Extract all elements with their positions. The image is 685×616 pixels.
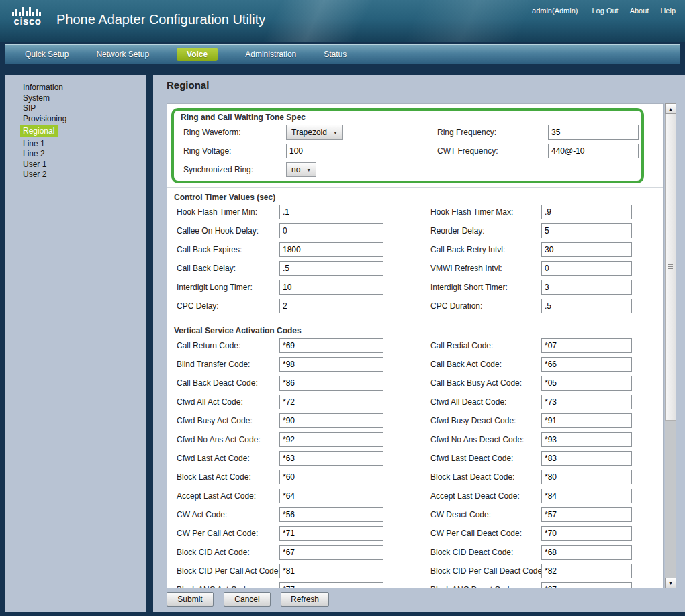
form-row: Interdigit Long Timer:10Interdigit Short…	[174, 278, 656, 297]
input-hook-flash-timer-min[interactable]: .1	[279, 205, 383, 219]
input-cfwd-no-ans-act-code[interactable]: *92	[279, 432, 383, 447]
input-block-cid-act-code[interactable]: *67	[279, 545, 383, 560]
input-block-cid-per-call-act-code[interactable]: *81	[279, 564, 383, 578]
input-cfwd-busy-deact-code[interactable]: *91	[541, 413, 632, 428]
input-cw-per-call-deact-code[interactable]: *70	[541, 526, 632, 541]
scrollbar-track[interactable]	[665, 421, 676, 578]
sidebar-item-information[interactable]: Information	[23, 83, 146, 93]
scrollbar-thumb[interactable]	[665, 114, 676, 421]
sidebar-item-label: Provisioning	[23, 114, 66, 123]
input-cw-act-code[interactable]: *56	[279, 507, 383, 522]
input-block-anc-act-code[interactable]: *77	[279, 582, 383, 588]
sidebar-item-line-2[interactable]: Line 2	[23, 149, 146, 160]
tab-quick-setup[interactable]: Quick Setup	[25, 50, 68, 59]
input-block-cid-deact-code[interactable]: *68	[541, 545, 632, 560]
log-out-link[interactable]: Log Out	[592, 7, 618, 15]
input-cpc-delay[interactable]: 2	[279, 299, 383, 313]
input-cw-deact-code[interactable]: *57	[541, 507, 632, 522]
field-label-cpc-duration: CPC Duration:	[430, 301, 482, 311]
chevron-down-icon: ▼	[306, 168, 311, 172]
field-label-accept-last-act-code: Accept Last Act Code:	[177, 491, 256, 501]
input-accept-last-act-code[interactable]: *64	[279, 489, 383, 503]
field-label-cw-act-code: CW Act Code:	[177, 510, 227, 519]
field-label-reorder-delay: Reorder Delay:	[430, 226, 485, 236]
form-row: Cfwd No Ans Act Code:*92Cfwd No Ans Deac…	[174, 430, 656, 449]
select-ring-waveform[interactable]: Trapezoid▼	[286, 125, 343, 140]
cancel-button[interactable]: Cancel	[224, 592, 271, 607]
form-row: Block Last Act Code:*60Block Last Deact …	[174, 468, 656, 486]
sidebar-item-regional[interactable]: Regional	[23, 126, 146, 137]
input-block-cid-per-call-deact-code[interactable]: *82	[541, 564, 632, 578]
sidebar-item-provisioning[interactable]: Provisioning	[23, 114, 146, 125]
select-synchronized-ring[interactable]: no▼	[286, 162, 316, 177]
input-call-back-expires[interactable]: 1800	[279, 242, 383, 257]
input-callee-on-hook-delay[interactable]: 0	[279, 223, 383, 238]
input-block-last-deact-code[interactable]: *80	[541, 470, 632, 484]
refresh-button[interactable]: Refresh	[281, 592, 329, 607]
sidebar-item-user-2[interactable]: User 2	[23, 170, 146, 181]
input-blind-transfer-code[interactable]: *98	[279, 357, 383, 372]
input-accept-last-deact-code[interactable]: *84	[541, 489, 632, 503]
sidebar-item-system[interactable]: System	[23, 93, 146, 104]
input-call-back-act-code[interactable]: *66	[541, 357, 632, 372]
input-call-back-busy-act-code[interactable]: *05	[541, 376, 632, 391]
input-interdigit-long-timer[interactable]: 10	[279, 280, 383, 295]
field-label-call-return-code: Call Return Code:	[177, 341, 240, 350]
sidebar-item-sip[interactable]: SIP	[23, 103, 146, 114]
input-ring-frequency[interactable]: 35	[548, 125, 639, 140]
field-label-cw-deact-code: CW Deact Code:	[430, 510, 491, 519]
field-label-ring-voltage: Ring Voltage:	[183, 146, 231, 156]
input-cw-per-call-act-code[interactable]: *71	[279, 526, 383, 541]
about-link[interactable]: About	[630, 7, 649, 15]
down-arrow-icon: ▼	[668, 581, 673, 586]
sidebar-item-label: User 1	[23, 160, 46, 169]
form-row: Blind Transfer Code:*98Call Back Act Cod…	[174, 355, 656, 374]
input-call-back-deact-code[interactable]: *86	[279, 376, 383, 391]
header-links: admin(Admin)Log OutAboutHelp	[532, 7, 676, 15]
tab-status[interactable]: Status	[324, 50, 347, 59]
help-link[interactable]: Help	[660, 7, 676, 15]
form-row: Cfwd All Act Code:*72Cfwd All Deact Code…	[174, 393, 656, 411]
input-hook-flash-timer-max[interactable]: .9	[541, 205, 632, 219]
input-cpc-duration[interactable]: .5	[541, 299, 632, 313]
field-label-call-back-act-code: Call Back Act Code:	[430, 360, 502, 369]
sidebar: InformationSystemSIPProvisioningRegional…	[5, 75, 146, 612]
field-label-block-cid-per-call-deact-code: Block CID Per Call Deact Code:	[430, 566, 544, 576]
input-cfwd-last-act-code[interactable]: *63	[279, 451, 383, 466]
form-row: Cfwd Busy Act Code:*90Cfwd Busy Deact Co…	[174, 411, 656, 430]
sidebar-item-user-1[interactable]: User 1	[23, 160, 146, 170]
settings-panel: Ring and Call Waiting Tone SpecRing Wave…	[167, 103, 664, 588]
submit-button[interactable]: Submit	[167, 592, 214, 607]
input-call-redial-code[interactable]: *07	[541, 338, 632, 353]
form-row: CW Act Code:*56CW Deact Code:*57	[174, 505, 656, 524]
tab-administration[interactable]: Administration	[245, 50, 296, 59]
field-label-cpc-delay: CPC Delay:	[177, 301, 219, 311]
tab-voice[interactable]: Voice	[177, 48, 218, 61]
scroll-down-button[interactable]: ▼	[665, 578, 676, 588]
input-cfwd-no-ans-deact-code[interactable]: *93	[541, 432, 632, 447]
field-label-cfwd-busy-deact-code: Cfwd Busy Deact Code:	[430, 416, 516, 425]
input-cfwd-busy-act-code[interactable]: *90	[279, 413, 383, 428]
input-block-last-act-code[interactable]: *60	[279, 470, 383, 484]
input-cfwd-all-deact-code[interactable]: *73	[541, 395, 632, 409]
scroll-up-button[interactable]: ▲	[665, 103, 676, 114]
input-call-back-retry-intvl[interactable]: 30	[541, 242, 632, 257]
input-ring-voltage[interactable]: 100	[286, 144, 390, 158]
sidebar-item-line-1[interactable]: Line 1	[23, 139, 146, 150]
input-interdigit-short-timer[interactable]: 3	[541, 280, 632, 295]
section-title-control-timer-values-sec: Control Timer Values (sec)	[174, 192, 656, 203]
input-call-back-delay[interactable]: .5	[279, 261, 383, 276]
input-cwt-frequency[interactable]: 440@-10	[548, 144, 639, 158]
form-row: Ring Voltage:100CWT Frequency:440@-10	[174, 142, 641, 160]
sidebar-item-label: Line 2	[23, 149, 45, 158]
field-label-block-anc-deact-code: Block ANC Deact Code:	[430, 585, 516, 588]
scrollbar[interactable]: ▲ ▼	[665, 103, 676, 588]
tab-network-setup[interactable]: Network Setup	[96, 50, 149, 59]
input-cfwd-all-act-code[interactable]: *72	[279, 395, 383, 409]
input-reorder-delay[interactable]: 5	[541, 223, 632, 238]
input-call-return-code[interactable]: *69	[279, 338, 383, 353]
input-cfwd-last-deact-code[interactable]: *83	[541, 451, 632, 466]
input-block-anc-deact-code[interactable]: *87	[541, 582, 632, 588]
input-vmwi-refresh-intvl[interactable]: 0	[541, 261, 632, 276]
field-label-interdigit-short-timer: Interdigit Short Timer:	[430, 283, 508, 292]
